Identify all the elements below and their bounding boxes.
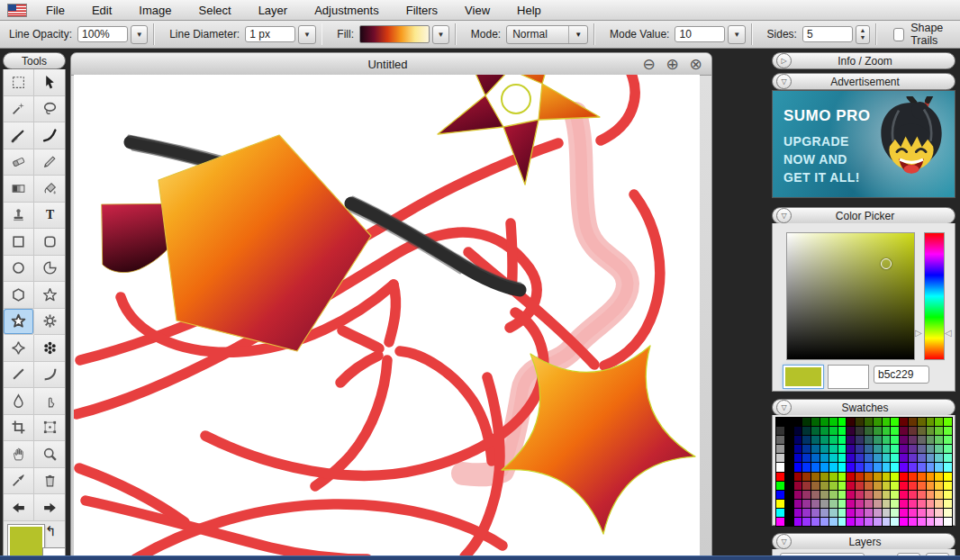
advertisement-panel-header[interactable]: ▽ Advertisement [772,73,955,90]
swatch-cell[interactable] [935,473,943,481]
swatch-cell[interactable] [838,454,847,462]
swatch-cell[interactable] [891,454,899,462]
tool-gear-star-shape[interactable] [34,309,65,336]
swatch-cell[interactable] [856,418,864,426]
tool-scatter-flower[interactable] [34,335,65,362]
swatch-cell[interactable] [847,463,855,471]
swatch-cell[interactable] [856,518,864,526]
tool-pencil[interactable] [34,149,65,176]
swatches-panel-header[interactable]: ▽ Swatches [772,399,955,416]
color-picker-panel-header[interactable]: ▽ Color Picker [772,207,955,224]
swatch-cell[interactable] [776,418,784,426]
swatch-cell[interactable] [935,463,943,471]
swatch-cell[interactable] [785,436,793,444]
swatch-cell[interactable] [847,500,855,508]
swatch-cell[interactable] [856,436,864,444]
swatch-cell[interactable] [865,418,873,426]
swatch-cell[interactable] [838,482,847,490]
swatch-cell[interactable] [856,509,864,517]
swatch-cell[interactable] [820,491,829,499]
primary-color-swatch[interactable] [783,366,823,388]
color-marker[interactable] [881,258,892,269]
layers-panel-header[interactable]: ▽ Layers [772,533,955,550]
swatch-cell[interactable] [829,427,838,435]
swatch-cell[interactable] [838,436,847,444]
swatch-cell[interactable] [865,463,873,471]
swatch-cell[interactable] [935,445,943,453]
swatch-cell[interactable] [820,463,829,471]
swatch-cell[interactable] [794,436,802,444]
fill-gradient-swatch[interactable] [359,25,430,43]
swatch-cell[interactable] [918,418,926,426]
tool-hand[interactable] [4,441,34,468]
swatch-cell[interactable] [865,436,873,444]
swatch-cell[interactable] [883,500,891,508]
swatch-cell[interactable] [785,418,793,426]
swatch-cell[interactable] [776,454,784,462]
swatch-cell[interactable] [891,491,899,499]
tool-curve-shape[interactable] [34,362,65,389]
swatch-cell[interactable] [900,473,908,481]
swatch-cell[interactable] [794,518,802,526]
info-zoom-panel-header[interactable]: ▷ Info / Zoom [772,52,955,69]
swatch-cell[interactable] [900,454,908,462]
swatch-cell[interactable] [865,518,873,526]
swatch-cell[interactable] [856,445,864,453]
swatch-cell[interactable] [776,463,784,471]
swatch-cell[interactable] [838,473,847,481]
swatch-cell[interactable] [900,509,908,517]
swatch-cell[interactable] [838,463,847,471]
swatch-cell[interactable] [944,518,952,526]
swatch-cell[interactable] [891,500,899,508]
tool-crop[interactable] [4,415,34,442]
swatch-cell[interactable] [935,491,943,499]
hue-slider-right-arrow-icon[interactable]: ◁ [945,329,952,338]
swatch-cell[interactable] [820,482,829,490]
swatch-cell[interactable] [918,454,926,462]
swatch-cell[interactable] [811,418,820,426]
swatch-cell[interactable] [874,500,882,508]
swatch-cell[interactable] [900,427,908,435]
swatch-cell[interactable] [900,491,908,499]
swatch-cell[interactable] [820,500,829,508]
swatch-cell[interactable] [865,482,873,490]
swatch-cell[interactable] [883,454,891,462]
swatch-cell[interactable] [874,491,882,499]
mode-value-input[interactable] [675,26,725,42]
swatch-cell[interactable] [785,518,793,526]
swatch-cell[interactable] [918,445,926,453]
maximize-window-icon[interactable]: ⊕ [665,57,680,72]
tool-ellipse-shape[interactable] [4,256,34,283]
swatch-cell[interactable] [891,418,899,426]
tool-smudge[interactable] [34,388,65,415]
swatch-cell[interactable] [935,436,943,444]
swatch-cell[interactable] [802,427,811,435]
swatch-cell[interactable] [847,445,855,453]
swatch-cell[interactable] [900,482,908,490]
swatch-cell[interactable] [918,436,926,444]
secondary-color-swatch[interactable] [829,366,868,388]
swatch-cell[interactable] [776,427,784,435]
swatch-cell[interactable] [847,482,855,490]
fill-dropdown-button[interactable]: ▼ [432,25,449,44]
swatch-cell[interactable] [927,473,935,481]
swatch-cell[interactable] [776,518,784,526]
tool-redo[interactable] [34,494,65,521]
swatch-cell[interactable] [909,482,917,490]
tool-zoom[interactable] [34,441,65,468]
swatch-cell[interactable] [829,482,838,490]
swatch-cell[interactable] [802,518,811,526]
tool-line-shape[interactable] [4,362,34,389]
swatch-cell[interactable] [838,518,847,526]
hex-color-input[interactable] [874,366,929,384]
swatch-cell[interactable] [829,509,838,517]
tool-free-transform[interactable] [34,415,65,442]
swatch-cell[interactable] [776,482,784,490]
swatch-cell[interactable] [874,473,882,481]
swatch-cell[interactable] [811,518,820,526]
swatch-cell[interactable] [829,445,838,453]
swatch-cell[interactable] [874,482,882,490]
swatch-cell[interactable] [909,473,917,481]
swatch-cell[interactable] [891,482,899,490]
swatch-cell[interactable] [883,445,891,453]
